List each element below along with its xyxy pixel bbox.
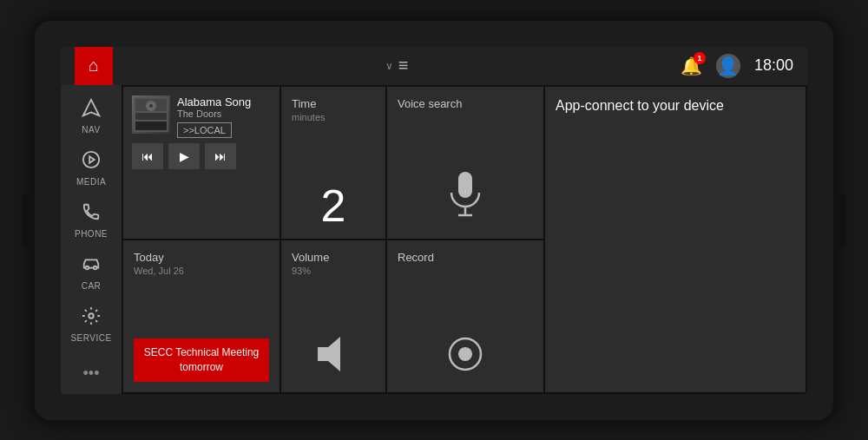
music-info: Alabama Song The Doors >>LOCAL: [132, 95, 271, 138]
nav-icon: [82, 98, 101, 121]
music-controls: ⏮ ▶ ⏭: [132, 143, 271, 169]
svg-point-3: [86, 266, 89, 269]
top-bar-left: ⌂: [75, 47, 113, 85]
local-button[interactable]: >>LOCAL: [177, 122, 232, 138]
song-artist: The Doors: [177, 108, 271, 119]
voice-search-tile[interactable]: Voice search: [387, 87, 543, 239]
svg-marker-0: [83, 99, 99, 115]
svg-marker-2: [89, 156, 95, 162]
user-icon: 👤: [717, 56, 739, 76]
sidebar-item-car[interactable]: CAR: [63, 248, 119, 297]
menu-icon[interactable]: ≡: [398, 56, 409, 76]
app-connect-title: App-connect to your device: [556, 97, 795, 115]
record-tile[interactable]: Record: [387, 240, 543, 392]
calendar-day-label: Today: [134, 251, 269, 264]
record-label: Record: [398, 251, 533, 264]
top-bar-right: 🔔 1 👤 18:00: [681, 54, 793, 78]
service-label: SERVICE: [70, 333, 111, 343]
screen: ⌂ ∨ ≡ 🔔 1 👤 18:00: [61, 47, 807, 394]
svg-point-5: [89, 313, 94, 319]
svg-marker-15: [318, 337, 340, 371]
phone-icon: [82, 202, 101, 226]
app-connect-tile[interactable]: App-connect to your device: [545, 87, 806, 392]
svg-rect-12: [458, 172, 472, 198]
calendar-tile[interactable]: Today Wed, Jul 26 SECC Technical Meeting…: [123, 240, 279, 392]
svg-point-11: [149, 104, 153, 108]
calendar-date-label: Wed, Jul 26: [134, 266, 269, 276]
volume-percent: 93%: [292, 266, 375, 276]
svg-rect-8: [135, 113, 167, 120]
svg-point-4: [94, 266, 97, 269]
top-bar: ⌂ ∨ ≡ 🔔 1 👤 18:00: [61, 47, 807, 85]
notification-bell[interactable]: 🔔 1: [681, 56, 702, 76]
user-avatar[interactable]: 👤: [716, 54, 740, 78]
album-art: [132, 95, 170, 134]
time-tile: Time minutes 2: [281, 87, 385, 239]
song-title: Alabama Song: [177, 95, 271, 108]
volume-icon: [292, 335, 375, 382]
device-frame: ⌂ ∨ ≡ 🔔 1 👤 18:00: [35, 21, 833, 420]
car-icon: [82, 254, 101, 278]
chevron-down-icon: ∨: [385, 60, 393, 72]
microphone-icon: [398, 170, 533, 228]
volume-tile[interactable]: Volume 93%: [281, 240, 385, 392]
prev-button[interactable]: ⏮: [132, 143, 163, 169]
time-tile-sublabel: minutes: [292, 112, 375, 122]
svg-point-17: [458, 347, 472, 361]
content-grid: Alabama Song The Doors >>LOCAL ⏮ ▶ ⏭ Tim…: [122, 85, 807, 394]
album-art-image: [132, 95, 170, 134]
sidebar-item-nav[interactable]: NAV: [63, 92, 119, 141]
time-value: 2: [292, 183, 375, 228]
svg-rect-9: [135, 121, 167, 130]
media-label: MEDIA: [76, 177, 106, 187]
phone-label: PHONE: [75, 229, 108, 239]
sidebar-item-service[interactable]: SERVICE: [63, 300, 119, 349]
car-label: CAR: [82, 281, 102, 291]
record-icon: [398, 335, 533, 382]
main-area: NAV MEDIA: [61, 85, 807, 394]
sidebar-item-phone[interactable]: PHONE: [63, 196, 119, 245]
media-icon: [82, 150, 101, 174]
music-tile[interactable]: Alabama Song The Doors >>LOCAL ⏮ ▶ ⏭: [123, 87, 279, 239]
service-icon: [82, 306, 101, 330]
more-dots-icon: •••: [83, 364, 100, 383]
svg-point-1: [83, 151, 99, 167]
clock-display: 18:00: [754, 56, 793, 75]
notification-badge: 1: [694, 52, 706, 64]
voice-search-label: Voice search: [398, 97, 533, 110]
home-button[interactable]: ⌂: [75, 47, 113, 85]
sidebar-more-button[interactable]: •••: [63, 361, 119, 387]
sidebar: NAV MEDIA: [61, 85, 122, 394]
sidebar-item-media[interactable]: MEDIA: [63, 144, 119, 193]
next-button[interactable]: ⏭: [205, 143, 236, 169]
home-icon: ⌂: [89, 56, 99, 76]
volume-label: Volume: [292, 251, 375, 264]
song-details: Alabama Song The Doors >>LOCAL: [177, 95, 271, 138]
top-bar-center: ∨ ≡: [385, 56, 409, 76]
nav-label: NAV: [82, 125, 100, 135]
time-tile-label: Time: [292, 97, 375, 110]
play-button[interactable]: ▶: [168, 143, 200, 169]
calendar-event: SECC Technical Meeting tomorrow: [134, 338, 269, 382]
